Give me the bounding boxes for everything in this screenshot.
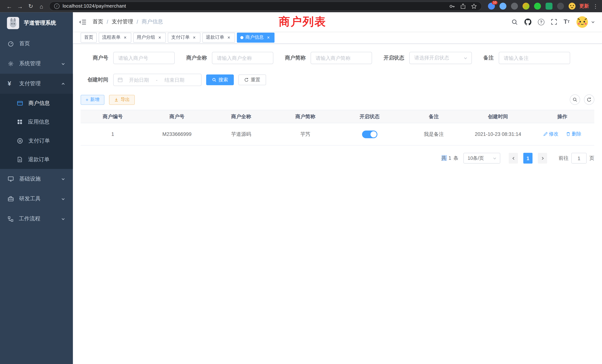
status-select[interactable]: 请选择开启状态 [409, 52, 472, 64]
delete-link[interactable]: 删除 [566, 131, 581, 137]
pagination-total-selected: 共 [441, 155, 447, 161]
help-icon[interactable]: ? [538, 19, 544, 25]
sidebar-item-label: 系统管理 [19, 60, 41, 67]
sidebar-item-refund-orders[interactable]: 退款订单 [0, 150, 73, 169]
sidebar-item-home[interactable]: 首页 [0, 34, 73, 54]
reset-button[interactable]: 重置 [238, 75, 266, 85]
browser-home-button[interactable]: ⌂ [36, 3, 47, 10]
edit-link[interactable]: 修改 [543, 131, 559, 137]
font-size-icon[interactable]: TT [564, 19, 570, 25]
delete-link-label: 删除 [572, 131, 581, 137]
status-toggle[interactable] [362, 130, 377, 138]
tab-refund-orders[interactable]: 退款订单 × [202, 32, 235, 43]
sidebar-collapse-icon[interactable] [79, 19, 86, 25]
export-button[interactable]: 导出 [109, 95, 135, 105]
tab-label: 首页 [84, 34, 93, 41]
remark-label: 备注 [483, 54, 494, 61]
remark-input[interactable] [499, 52, 570, 64]
sidebar-item-system[interactable]: 系统管理 [0, 54, 73, 74]
screen: ← → ↻ ⌂ i localhost:1024/pay/merchant 10 [0, 0, 602, 364]
extension-badge: 10 [492, 1, 498, 5]
sidebar-item-payment[interactable]: ¥ 支付管理 [0, 74, 73, 94]
tab-label: 用户分组 [137, 34, 155, 41]
browser-back-button[interactable]: ← [4, 3, 15, 10]
close-icon[interactable]: × [157, 35, 162, 40]
create-time-range-picker[interactable]: - [113, 74, 202, 86]
browser-forward-button[interactable]: → [15, 3, 25, 10]
next-page-button[interactable] [538, 153, 547, 163]
bookmark-star-icon[interactable] [471, 3, 477, 9]
tab-label: 支付订单 [171, 34, 190, 41]
create-time-label: 创建时间 [81, 76, 108, 83]
user-avatar[interactable] [576, 16, 588, 28]
sidebar-item-workflow[interactable]: 工作流程 [0, 209, 73, 229]
page-size-value: 10条/页 [468, 155, 484, 161]
refresh-table-icon[interactable] [584, 95, 594, 105]
breadcrumb-payment[interactable]: 支付管理 [112, 18, 133, 25]
extension-icon-green-note[interactable] [546, 3, 552, 10]
show-search-toggle-icon[interactable] [570, 95, 580, 105]
browser-menu-icon[interactable]: ⋮ [593, 3, 598, 9]
toolbox-icon [8, 196, 14, 202]
extension-icon-gray[interactable] [511, 3, 518, 10]
search-icon[interactable] [511, 19, 518, 25]
start-date-input[interactable] [124, 77, 153, 83]
cell-short-name: 芋艿 [273, 123, 337, 145]
browser-reload-button[interactable]: ↻ [25, 3, 36, 10]
prev-page-button[interactable] [509, 153, 518, 163]
edit-link-label: 修改 [549, 131, 559, 137]
close-icon[interactable]: × [192, 35, 197, 40]
extension-icon-multicolor[interactable] [523, 3, 529, 10]
sidebar-item-infrastructure[interactable]: 基础设施 [0, 169, 73, 189]
cell-full-name: 芋道源码 [209, 123, 273, 145]
add-button-label: 新增 [90, 96, 99, 103]
tab-payment-orders[interactable]: 支付订单 × [168, 32, 200, 43]
pagination-total: 共 1 条 [441, 155, 459, 162]
merchant-name-input[interactable] [212, 52, 273, 64]
browser-update-button[interactable]: 更新 [579, 3, 589, 10]
tab-user-group[interactable]: 用户分组 × [133, 32, 166, 43]
address-bar[interactable]: i localhost:1024/pay/merchant [49, 1, 482, 11]
sidebar-item-dev-tools[interactable]: 研发工具 [0, 189, 73, 209]
tab-process-form[interactable]: 流程表单 × [99, 32, 131, 43]
add-button[interactable]: + 新增 [81, 95, 104, 105]
merchant-no-input[interactable] [113, 52, 175, 64]
close-icon[interactable]: × [226, 35, 232, 40]
col-merchant-id: 商户编号 [81, 110, 145, 123]
end-date-input[interactable] [160, 77, 189, 83]
status-select-placeholder: 请选择开启状态 [414, 54, 449, 61]
sidebar-item-merchant-info[interactable]: 商户信息 [0, 94, 73, 113]
breadcrumb-home[interactable]: 首页 [93, 18, 103, 25]
site-info-icon[interactable]: i [54, 3, 60, 9]
chevron-down-icon [61, 197, 65, 201]
logo-row[interactable]: 芋道管理系统 [0, 12, 73, 34]
password-key-icon[interactable] [449, 3, 455, 9]
sidebar-item-payment-orders[interactable]: 支付订单 [0, 131, 73, 150]
close-icon[interactable]: × [122, 35, 128, 40]
tab-merchant-info[interactable]: 商户信息 × [237, 32, 275, 43]
share-icon[interactable] [460, 3, 466, 9]
breadcrumb-separator: / [137, 19, 138, 25]
extension-icon-green-circle[interactable] [534, 3, 541, 10]
extension-icon-tabs[interactable]: 10 [488, 3, 495, 10]
tab-home[interactable]: 首页 [81, 32, 97, 43]
date-range-separator: - [155, 77, 158, 83]
search-button[interactable]: 搜索 [206, 75, 234, 85]
profile-avatar-icon[interactable] [569, 3, 576, 10]
table-row: 1 M233666999 芋道源码 芋艿 我是备注 2021-10-23 08:… [81, 123, 594, 145]
url-text[interactable]: localhost:1024/pay/merchant [63, 3, 444, 9]
short-name-input[interactable] [311, 52, 372, 64]
extension-icon-dark[interactable] [557, 3, 564, 10]
sidebar-item-label: 基础设施 [19, 175, 41, 182]
page-number-button[interactable]: 1 [523, 153, 533, 163]
sidebar-item-app-info[interactable]: 应用信息 [0, 113, 73, 131]
close-icon[interactable]: × [266, 35, 271, 40]
tab-label: 退款订单 [206, 34, 224, 41]
active-tab-dot [240, 36, 244, 39]
page-size-select[interactable]: 10条/页 [463, 153, 500, 163]
user-menu[interactable] [576, 16, 595, 28]
fullscreen-icon[interactable] [551, 19, 557, 25]
extension-icon-blue[interactable] [499, 3, 506, 10]
goto-page-input[interactable] [571, 153, 587, 163]
github-icon[interactable] [525, 18, 531, 25]
